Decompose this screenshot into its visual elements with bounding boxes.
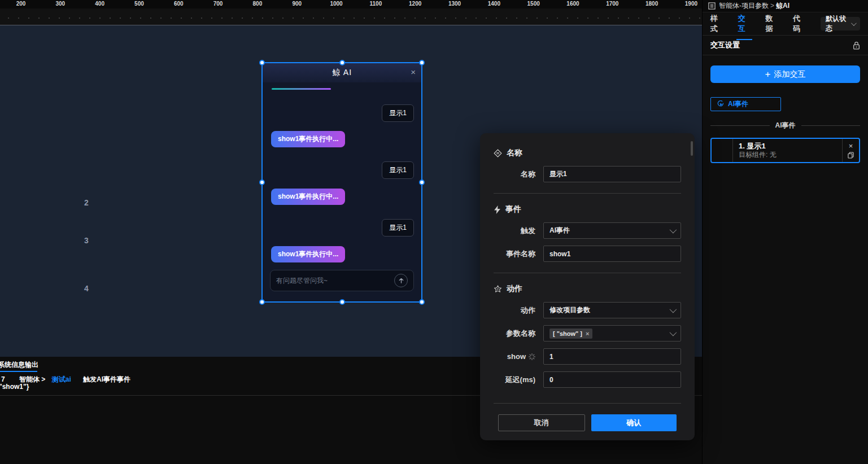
sidebar-body: + 添加交互 AI事件 AI事件 1. 显示1 目标组件: 无 [703,55,868,163]
delay-input[interactable] [549,376,675,384]
lock-icon[interactable] [853,41,860,50]
resize-handle-bottom-center[interactable] [339,299,345,305]
interaction-settings-header: 交互设置 [703,35,868,55]
show-param-input[interactable] [549,353,675,361]
tab-data[interactable]: 数据 [766,7,778,40]
log-component-link[interactable]: 测试ai [52,375,71,383]
param-label: 参数名称 [494,329,543,339]
modal-scrollbar[interactable] [691,141,693,156]
cancel-button[interactable]: 取消 [498,414,585,431]
delete-icon[interactable]: × [849,142,853,150]
interaction-event-card[interactable]: 1. 显示1 目标组件: 无 × [710,138,860,163]
ruler-number: 1900 [685,1,697,7]
star-badge-icon [494,285,502,294]
resize-handle-top-center[interactable] [339,60,345,65]
ruler-number: 400 [95,1,104,7]
divider-line [710,125,770,126]
state-dropdown[interactable]: 默认状态 [821,17,860,30]
chat-widget[interactable]: 鲸 AI × 显示1 show1事件执行中... 显示1 show1事件执行中.… [263,63,421,301]
ai-event-filter-button[interactable]: AI事件 [710,97,781,111]
breadcrumb: 智能体-项目参数>鲸AI [719,1,790,11]
event-section-header: 事件 [494,204,681,215]
app-root: 2003004005006007008009001000110012001300… [0,0,868,464]
event-name-row: 事件名称 [494,246,681,262]
chat-input[interactable] [276,277,394,284]
delay-label: 延迟(ms) [494,375,543,385]
param-row: 参数名称 [ "show" ] × [494,325,681,342]
resize-handle-top-right[interactable] [419,60,425,65]
name-section-header: 名称 [494,148,681,158]
resize-handle-mid-left[interactable] [259,180,265,185]
ai-event-group-divider: AI事件 [710,119,860,132]
copy-icon[interactable] [848,152,854,159]
send-button[interactable] [394,274,408,287]
action-select[interactable]: 修改项目参数 [543,302,681,318]
name-input-wrap [543,166,681,182]
ruler-number: 1300 [448,1,461,7]
spark-icon [529,353,535,360]
show-param-label: show [494,352,543,361]
resize-handle-bottom-right[interactable] [419,299,425,305]
delay-input-wrap [543,371,681,388]
chevron-down-icon [670,226,677,234]
trigger-label: 触发 [494,226,543,236]
resize-handle-bottom-left[interactable] [259,299,265,305]
chat-message-ai: show1事件执行中... [271,131,345,147]
name-label: 名称 [494,169,543,180]
ruler-number: 1200 [409,1,421,7]
tab-style[interactable]: 样式 [710,7,723,40]
plus-icon: + [765,69,771,79]
param-multiselect[interactable]: [ "show" ] × [543,325,681,342]
ruler-number: 300 [55,1,65,7]
ruler-number: 1000 [330,1,342,7]
diamond-icon [494,149,502,157]
selected-component[interactable]: 鲸 AI × 显示1 show1事件执行中... 显示1 show1事件执行中.… [263,63,421,301]
chat-widget-title: 鲸 AI [332,68,352,78]
ruler-number: 200 [16,1,26,7]
event-name-input-wrap [543,246,681,262]
card-subtitle: 目标组件: 无 [739,151,836,159]
ruler-number: 1500 [527,1,540,7]
horizontal-ruler: 2003004005006007008009001000110012001300… [0,0,702,8]
ruler-number: 1800 [645,1,658,7]
chevron-down-icon [670,306,677,313]
resize-handle-mid-right[interactable] [419,180,425,185]
resize-handle-top-left[interactable] [259,60,265,65]
action-label: 动作 [494,305,543,316]
add-interaction-button[interactable]: + 添加交互 [710,65,860,83]
trigger-select[interactable]: AI事件 [543,222,681,239]
chevron-down-icon [670,329,677,336]
chat-message-user: 显示1 [382,161,414,179]
name-row: 名称 [494,166,681,182]
show-param-input-wrap [543,348,681,365]
divider-line [801,125,861,126]
interaction-edit-modal: 名称 名称 事件 触发 AI事件 事件名称 [480,133,695,440]
sidebar-breadcrumb-bar: 智能体-项目参数>鲸AI [703,0,868,12]
ruler-number: 700 [213,1,223,7]
section-title: 事件 [505,204,521,215]
tab-interaction[interactable]: 交互 [738,7,751,40]
close-icon[interactable]: × [411,67,416,77]
log-source: 智能体 > [19,375,45,383]
event-name-input[interactable] [549,250,675,258]
card-content: 1. 显示1 目标组件: 无 [733,139,842,162]
console-tab[interactable]: 系统信息输出 [0,360,38,370]
chat-message-user: 显示1 [382,104,414,122]
card-drag-handle[interactable] [712,139,733,162]
console-tab-underline [0,371,37,372]
log-message: 触发AI事件事件 [83,375,130,383]
name-input[interactable] [549,170,675,178]
modal-divider [494,273,681,273]
chat-input-bar [270,270,414,291]
modal-divider [494,193,681,194]
ruler-number: 600 [174,1,184,7]
card-title: 1. 显示1 [739,142,836,151]
chat-message-ai: show1事件执行中... [271,246,345,262]
confirm-button[interactable]: 确认 [591,414,677,431]
tab-code[interactable]: 代码 [793,7,805,40]
properties-sidebar: 智能体-项目参数>鲸AI 样式 交互 数据 代码 默认状态 交互设置 + [702,0,868,464]
arrow-up-icon [398,278,404,284]
modal-footer: 取消 确认 [494,414,681,431]
action-section-header: 动作 [494,284,681,294]
tag-close-icon[interactable]: × [586,330,589,337]
